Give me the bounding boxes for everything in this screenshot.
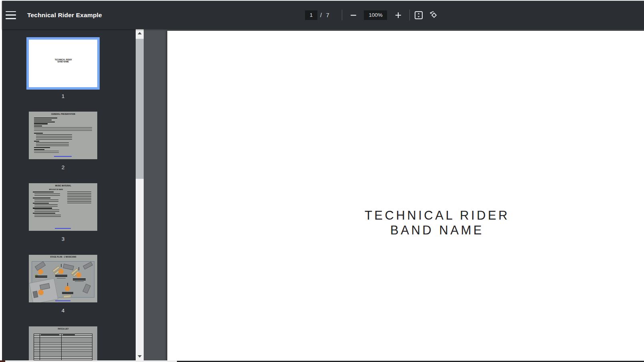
- page-4-number: 4: [29, 308, 97, 314]
- zoom-level-display[interactable]: 100%: [364, 10, 387, 20]
- page-3-right-column: [67, 192, 91, 204]
- scroll-down-button[interactable]: [136, 352, 144, 360]
- thumbnail-page-2[interactable]: GENERAL PRESENTATION: [29, 112, 97, 159]
- page-2-number: 2: [29, 164, 97, 170]
- page-5-patch-table: [34, 334, 92, 362]
- page-count-label: / 7: [320, 12, 329, 18]
- page-3-number: 3: [29, 236, 97, 242]
- toolbar-divider: [409, 10, 410, 20]
- page-2-preview-text: [34, 118, 57, 125]
- page-3-column-1-header: BROUGHT BY BAND: [29, 189, 85, 190]
- fit-to-page-button[interactable]: [414, 10, 423, 20]
- pdf-page-1: TECHNICAL RIDER BAND NAME: [167, 31, 644, 362]
- page-4-preview-link: [55, 300, 70, 301]
- page-2-preview-link: [54, 156, 72, 157]
- toolbar-divider: [342, 10, 342, 20]
- page-5-preview-title: PATCH-LIST: [29, 328, 97, 330]
- document-view: TECHNICAL RIDER BAND NAME: [144, 29, 644, 362]
- page-4-preview-title: STAGE PLAN – 2 MUSICIANS: [29, 256, 97, 258]
- menu-icon[interactable]: [6, 11, 16, 19]
- thumbnail-page-5[interactable]: PATCH-LIST: [29, 326, 97, 362]
- page-number-input[interactable]: [305, 10, 317, 20]
- page-3-preview-link: [55, 228, 71, 229]
- thumbnail-page-4[interactable]: STAGE PLAN – 2 MUSICIANS: [29, 255, 97, 302]
- sidebar-scrollbar: [136, 29, 144, 362]
- page-title: TECHNICAL RIDER BAND NAME: [349, 208, 525, 238]
- toolbar-controls: / 7 100%: [305, 1, 438, 29]
- thumbnail-page-1[interactable]: TECHNICAL RIDER BAND NAME: [26, 37, 100, 90]
- thumbnail-sidebar: TECHNICAL RIDER BAND NAME 1 GENERAL PRES…: [2, 29, 136, 362]
- window-corner-block: [0, 360, 5, 362]
- page-title-line-2: BAND NAME: [349, 223, 525, 238]
- rotate-button[interactable]: [429, 10, 438, 20]
- page-3-preview-title: MUSIC MATERIAL: [29, 185, 97, 187]
- page-title-line-1: TECHNICAL RIDER: [349, 208, 525, 223]
- page-1-number: 1: [29, 93, 97, 99]
- sidebar-scrollbar-thumb[interactable]: [136, 39, 144, 179]
- stage-plan-diagram: [32, 261, 94, 298]
- page-1-preview-title: TECHNICAL RIDER BAND NAME: [29, 59, 97, 63]
- page-1-preview: TECHNICAL RIDER BAND NAME: [29, 40, 97, 87]
- document-title: Technical Rider Example: [27, 12, 102, 19]
- pdf-viewer: Technical Rider Example / 7 100%: [2, 1, 644, 362]
- minus-icon: [349, 11, 357, 19]
- page-3-left-column: [33, 192, 61, 218]
- page-3-column-2-header: TO SUPPLY: [90, 189, 97, 190]
- page-2-preview-title: GENERAL PRESENTATION: [29, 113, 97, 115]
- fit-to-page-icon: [414, 11, 423, 20]
- scroll-up-button[interactable]: [136, 29, 144, 37]
- thumbnail-page-3[interactable]: MUSIC MATERIAL BROUGHT BY BAND TO SUPPLY: [29, 183, 97, 231]
- plus-icon: [394, 11, 402, 19]
- scroll-down-arrow-icon: [138, 355, 142, 358]
- zoom-in-button[interactable]: [393, 10, 403, 20]
- scroll-up-arrow-icon: [138, 32, 142, 34]
- toolbar: Technical Rider Example / 7 100%: [2, 1, 644, 29]
- zoom-out-button[interactable]: [349, 10, 358, 20]
- rotate-counterclockwise-icon: [429, 10, 438, 20]
